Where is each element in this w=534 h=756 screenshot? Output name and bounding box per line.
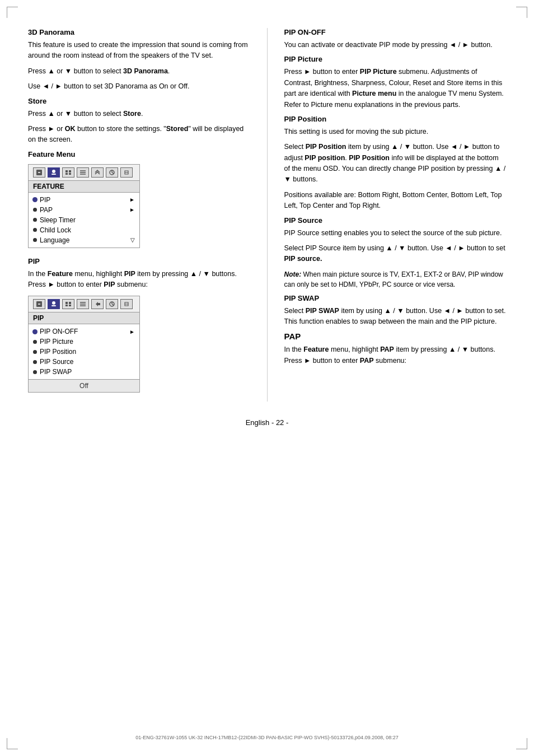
heading-store: Store	[28, 97, 250, 105]
feature-menu-items: PIP ► PAP ► Sleep Timer Child Lock Langu	[29, 193, 139, 248]
corner-bl	[7, 738, 18, 749]
pip-icon-2	[48, 299, 60, 309]
menu-icon-7	[120, 167, 133, 178]
pip-source-para1: PIP Source setting enables you to select…	[284, 228, 507, 239]
svg-rect-4	[65, 170, 68, 172]
3d-para2: Press ▲ or ▼ button to select 3D Panoram…	[28, 66, 250, 77]
column-divider	[267, 28, 268, 402]
heading-pip-picture: PIP Picture	[284, 55, 507, 63]
main-columns: 3D Panorama This feature is used to crea…	[28, 28, 506, 402]
svg-line-28	[112, 304, 114, 305]
feature-menu-box: FEATURE PIP ► PAP ► Sleep Timer Child Lo…	[28, 164, 140, 248]
pip-source-note: Note: When main picture source is TV, EX…	[284, 269, 507, 290]
dot-position	[33, 350, 37, 354]
menu-icon-3	[62, 167, 74, 178]
pip-menu-box: PIP PIP ON-OFF ► PIP Picture PIP Positio…	[28, 296, 140, 393]
pip-menu-header: PIP	[29, 312, 139, 324]
dot-source	[33, 360, 37, 364]
pip-menu-icons	[29, 296, 139, 312]
pip-icon-1	[33, 299, 45, 309]
menu-item-child: Child Lock	[29, 225, 139, 235]
menu-item-pip: PIP ►	[29, 195, 139, 205]
heading-feature-menu: Feature Menu	[28, 150, 250, 158]
footer-language: English	[246, 418, 270, 427]
page-footer: English - 22 -	[28, 418, 506, 427]
pip-item-swap: PIP SWAP	[29, 367, 139, 377]
left-column: 3D Panorama This feature is used to crea…	[28, 28, 250, 402]
pip-position-para2: Select PIP Position item by using ▲ / ▼ …	[284, 142, 507, 185]
heading-pip-source: PIP Source	[284, 216, 507, 225]
menu-icon-6	[106, 167, 118, 178]
heading-3d-panorama: 3D Panorama	[28, 28, 250, 36]
3d-para1: This feature is used to create the impre…	[28, 40, 250, 62]
pip-swap-para: Select PIP SWAP item by using ▲ / ▼ butt…	[284, 306, 507, 328]
pap-intro: In the Feature menu, highlight PAP item …	[284, 344, 507, 366]
svg-rect-22	[69, 305, 71, 306]
menu-icon-1	[33, 167, 45, 178]
pip-onoff-para: You can activate or deactivate PIP mode …	[284, 40, 507, 50]
footer-note: 01-ENG-32761W-1055 UK-32 INCH-17MB12-(22…	[135, 735, 398, 740]
feature-menu-header: FEATURE	[29, 181, 139, 193]
pip-icon-6	[106, 299, 118, 309]
feature-menu-icons	[29, 165, 139, 181]
svg-rect-18	[51, 305, 56, 306]
pip-icon-4	[77, 299, 89, 309]
menu-item-sleep: Sleep Timer	[29, 215, 139, 225]
pip-item-position: PIP Position	[29, 347, 139, 357]
pip-item-picture: PIP Picture	[29, 337, 139, 347]
pip-picture-para: Press ► button to enter PIP Picture subm…	[284, 67, 507, 110]
pip-position-para3: Positions available are: Bottom Right, B…	[284, 190, 507, 212]
store-para1: Press ▲ or ▼ button to select Store.	[28, 109, 250, 119]
store-para2: Press ► or OK button to store the settin…	[28, 124, 250, 146]
pip-icon-3	[62, 299, 74, 309]
page-container: 3D Panorama This feature is used to crea…	[0, 0, 534, 756]
svg-rect-20	[69, 302, 71, 304]
pip-item-source: PIP Source	[29, 357, 139, 367]
heading-pip-onoff: PIP ON-OFF	[284, 28, 507, 36]
menu-icon-5	[91, 167, 104, 178]
svg-rect-5	[69, 170, 71, 172]
pip-icon-7	[120, 299, 133, 309]
dot-onoff	[33, 330, 37, 334]
dot-pip	[33, 198, 37, 202]
corner-tl	[7, 7, 18, 18]
heading-pap: PAP	[284, 332, 507, 341]
heading-pip-position: PIP Position	[284, 115, 507, 123]
menu-item-language: Language ▽	[29, 235, 139, 245]
dot-picture	[33, 340, 37, 344]
svg-point-2	[52, 170, 55, 173]
menu-icon-4	[77, 167, 89, 178]
pip-menu-items: PIP ON-OFF ► PIP Picture PIP Position PI…	[29, 324, 139, 379]
pip-source-para2: Select PIP Source item by using ▲ / ▼ bu…	[284, 243, 507, 265]
corner-br	[516, 738, 527, 749]
menu-icon-2	[48, 167, 60, 178]
pip-intro: In the Feature menu, highlight PIP item …	[28, 269, 250, 291]
dot-sleep	[33, 218, 37, 222]
pip-item-onoff: PIP ON-OFF ►	[29, 326, 139, 337]
heading-pip: PIP	[28, 257, 250, 265]
pip-icon-5	[91, 299, 104, 309]
svg-rect-3	[51, 174, 56, 175]
footer-page: - 22 -	[271, 418, 288, 427]
svg-point-17	[52, 301, 55, 305]
pip-off-row: Off	[29, 379, 139, 392]
svg-rect-6	[65, 173, 68, 175]
dot-swap	[33, 370, 37, 374]
right-column: PIP ON-OFF You can activate or deactivat…	[284, 28, 507, 402]
heading-pip-swap: PIP SWAP	[284, 294, 507, 302]
dot-language	[33, 238, 37, 242]
3d-para3: Use ◄ / ► button to set 3D Panorama as O…	[28, 81, 250, 92]
pip-position-para1: This setting is used for moving the sub …	[284, 127, 507, 137]
dot-child	[33, 228, 37, 232]
svg-rect-7	[69, 173, 71, 175]
svg-line-13	[112, 172, 114, 174]
dot-pap	[33, 208, 37, 212]
corner-tr	[516, 7, 527, 18]
svg-rect-19	[65, 302, 68, 304]
menu-item-pap: PAP ►	[29, 205, 139, 215]
svg-rect-21	[65, 305, 68, 306]
